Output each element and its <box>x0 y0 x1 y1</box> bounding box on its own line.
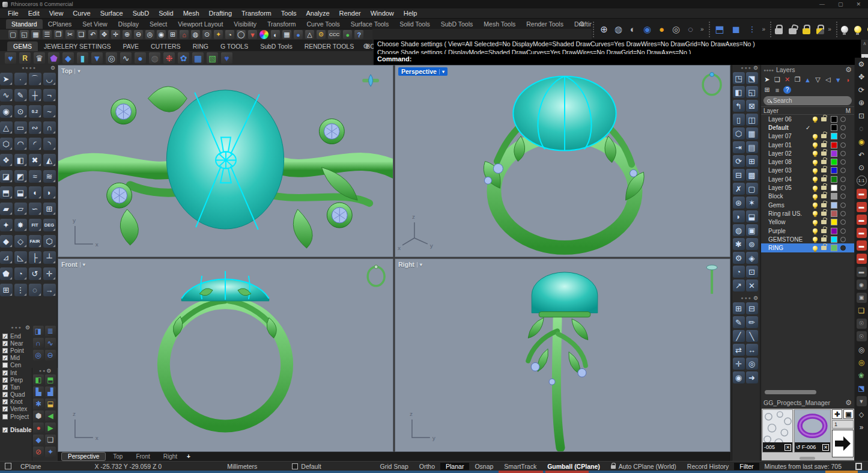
lock-tool-icon[interactable] <box>803 28 810 34</box>
toolbar-tab[interactable]: Select <box>144 19 172 29</box>
tool-icon[interactable]: ▩ <box>746 169 758 181</box>
osnap-row[interactable]: ✓ Vertex <box>2 406 32 413</box>
tool-icon[interactable]: ⬟ <box>0 267 13 280</box>
tool-icon[interactable]: ⬡ <box>0 138 13 150</box>
layer-visibility-bulb-icon[interactable] <box>813 142 818 147</box>
standard-tool-icon[interactable]: △ <box>305 30 314 39</box>
standard-tool-icon[interactable]: ⌂ <box>180 30 189 39</box>
display-mode-icon[interactable]: ◌ <box>684 23 697 35</box>
tool-icon[interactable]: ▯ <box>733 114 745 126</box>
standard-tool-icon[interactable]: CCC <box>328 30 341 39</box>
view-tool-icon[interactable]: ⊡ <box>857 111 867 121</box>
status-toggle[interactable]: Ortho <box>414 463 440 470</box>
gem-tool-icon[interactable]: ♛ <box>34 52 45 64</box>
standard-tool-icon[interactable]: ⚙ <box>317 30 326 39</box>
tool-icon[interactable]: ▤ <box>746 141 758 153</box>
osnap-checkbox[interactable]: ✓ <box>2 355 8 361</box>
tool-icon[interactable]: ▭ <box>14 121 27 134</box>
lock-tool-icon[interactable] <box>789 28 797 34</box>
menu-item[interactable]: Solid <box>154 10 178 17</box>
status-toggle[interactable]: Osnap <box>469 463 499 470</box>
tool-icon[interactable]: ◀ <box>45 410 56 421</box>
gem-tool-icon[interactable]: ▧ <box>207 52 218 64</box>
tool-icon[interactable]: ⊖ <box>45 350 56 361</box>
osnap-row[interactable]: ✓ Quad <box>2 391 32 398</box>
layer-visibility-bulb-icon[interactable] <box>813 194 818 199</box>
layer-lock-icon[interactable] <box>821 117 827 121</box>
standard-tool-icon[interactable]: ☰ <box>43 30 52 39</box>
tool-icon[interactable]: ✦ <box>45 447 56 457</box>
gem-tool-icon[interactable]: ● <box>135 52 146 64</box>
tool-icon[interactable]: → <box>43 284 56 296</box>
layer-material-circle[interactable] <box>840 168 846 173</box>
view-tool-icon[interactable]: ⬦ <box>857 409 867 420</box>
tool-icon[interactable]: ∾ <box>29 121 41 134</box>
tool-icon[interactable]: ⬔ <box>746 72 758 84</box>
layer-lock-icon[interactable] <box>821 237 827 242</box>
gem-tool-icon[interactable]: ▼ <box>91 52 103 64</box>
tool-icon[interactable]: ⬒ <box>45 374 56 385</box>
tool-icon[interactable]: ∩ <box>33 338 44 349</box>
osnap-row[interactable]: Cen <box>2 362 32 369</box>
tool-icon[interactable]: ▦ <box>746 127 758 139</box>
layers-hscrollbar[interactable] <box>765 390 816 394</box>
osnap-row[interactable]: ✓ Tan <box>2 383 32 391</box>
tool-icon[interactable]: ✖ <box>29 154 41 166</box>
standard-tool-icon[interactable]: ⊞ <box>168 30 177 39</box>
gem-tool-icon[interactable]: ♥ <box>5 52 16 64</box>
gems-tab[interactable]: G TOOLS <box>214 41 254 51</box>
tool-icon[interactable]: ◧ <box>14 154 27 166</box>
layers-toolbar-icon[interactable]: ≡ <box>773 86 782 94</box>
tool-icon[interactable]: ❖ <box>0 154 13 166</box>
tool-icon[interactable]: ⬡ <box>733 127 745 139</box>
tool-icon[interactable]: ◱ <box>746 86 758 98</box>
layer-color-swatch[interactable] <box>831 193 837 200</box>
lock-tool-icon[interactable] <box>816 28 824 34</box>
tool-icon[interactable]: ◉ <box>0 105 13 118</box>
tool-icon[interactable]: ✛ <box>733 358 745 370</box>
layer-row[interactable]: RING <box>761 243 854 252</box>
layer-lock-icon[interactable] <box>821 160 827 164</box>
tool-icon[interactable]: ∿ <box>0 89 13 102</box>
layer-visibility-bulb-icon[interactable] <box>813 246 818 251</box>
osnap-checkbox[interactable]: ✓ <box>2 370 8 376</box>
layer-material-circle[interactable] <box>840 194 846 199</box>
tool-icon[interactable]: ◎ <box>746 358 758 370</box>
project-close-icon[interactable]: ✕ <box>785 444 791 451</box>
tool-icon[interactable]: ◭ <box>43 154 56 166</box>
viewport-dropdown-icon[interactable]: ▾ <box>80 262 85 267</box>
layer-row[interactable]: GEMSTONE <box>761 235 854 243</box>
view-tool-icon[interactable]: ⬔ <box>857 383 867 394</box>
layer-material-circle[interactable] <box>840 142 846 148</box>
standard-tool-icon[interactable]: ⊕ <box>123 30 132 39</box>
gem-tool-icon[interactable]: ◎ <box>106 52 117 64</box>
tool-icon[interactable]: ⊟ <box>733 169 745 181</box>
tool-icon[interactable]: ◫ <box>746 114 758 126</box>
tool-icon[interactable]: ↗ <box>733 279 745 291</box>
visibility-bulb-icon[interactable] <box>841 26 848 33</box>
tool-icon[interactable]: ● <box>33 423 44 433</box>
tool-icon[interactable]: ▶ <box>45 423 56 433</box>
tool-icon[interactable]: ↰ <box>733 100 745 112</box>
osnap-row[interactable]: ✓ End <box>2 332 32 340</box>
gear-icon[interactable]: ⚙ <box>25 325 30 331</box>
layer-row[interactable]: Gems <box>761 201 854 209</box>
tool-icon[interactable]: ⊞ <box>746 155 758 167</box>
tool-icon[interactable]: ◜ <box>29 138 41 150</box>
toolbar-tab[interactable]: Mesh Tools <box>478 19 521 29</box>
menu-item[interactable]: SubD <box>128 10 154 17</box>
tool-icon[interactable]: ◖ <box>29 186 41 199</box>
view-tool-icon[interactable]: ▬ <box>857 189 867 199</box>
layer-material-circle[interactable] <box>840 245 846 251</box>
tool-icon[interactable]: ✗ <box>733 183 745 195</box>
standard-tool-icon[interactable]: ● <box>343 30 352 39</box>
layer-lock-icon[interactable] <box>821 220 827 224</box>
menu-item[interactable]: Transform <box>237 10 276 17</box>
layer-color-swatch[interactable] <box>831 219 837 225</box>
tool-icon[interactable]: ◎ <box>33 350 44 361</box>
selection-tool-icon[interactable]: ⬒ <box>714 23 726 35</box>
tool-icon[interactable]: ⊛ <box>733 197 745 209</box>
standard-tool-icon[interactable]: ? <box>354 30 363 39</box>
view-tool-icon[interactable]: ▬ <box>857 240 867 251</box>
viewport-tab[interactable]: Top <box>107 453 129 460</box>
